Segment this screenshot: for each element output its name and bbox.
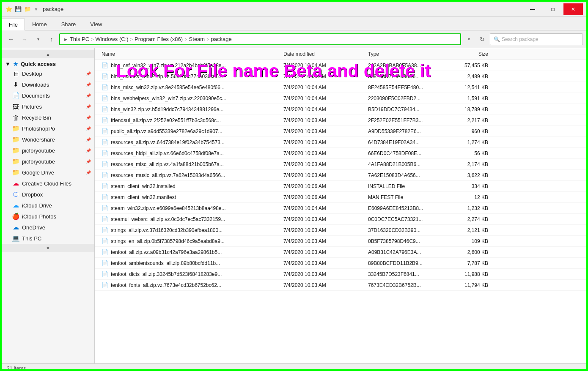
file-type-cell: 7A62E15083D4A656...	[365, 172, 441, 178]
file-icon: 📄	[102, 128, 108, 135]
table-row[interactable]: 📄 steam_client_win32.installed 7/4/2020 …	[95, 181, 586, 192]
sidebar-item-googledrive[interactable]: 📁 Google Drive 📌	[2, 167, 94, 178]
col-header-type[interactable]: Type	[365, 51, 441, 57]
file-date-cell: 7/4/2020 10:03 AM	[280, 161, 365, 167]
pin-icon-googledrive: 📌	[86, 170, 91, 175]
picforyoutube2-icon: 📁	[12, 158, 19, 165]
back-button[interactable]: ←	[5, 33, 17, 45]
sidebar-item-downloads[interactable]: ⬇ Downloads 📌	[2, 79, 94, 90]
table-row[interactable]: 📄 tenfoot_fonts_all.zip.vz.7673e4cd32b67…	[95, 280, 586, 291]
table-row[interactable]: 📄 public_all.zip.vz.a9dd55339e2782e6a29c…	[95, 126, 586, 137]
file-date-cell: 7/4/2020 10:04 AM	[280, 95, 365, 101]
dropbox-icon: ⬡	[12, 191, 19, 198]
up-button[interactable]: ↑	[46, 33, 58, 45]
maximize-button[interactable]: □	[543, 3, 563, 15]
refresh-button[interactable]: ↻	[476, 33, 488, 45]
table-row[interactable]: 📄 strings_en_all.zip.0b5f7385798d46c9a5a…	[95, 236, 586, 247]
search-icon: 🔍	[494, 36, 500, 42]
address-bar[interactable]: ► This PC > Windows (C:) > Program Files…	[59, 33, 461, 45]
folder-title-icon[interactable]: 📁	[24, 5, 31, 13]
table-row[interactable]: 📄 tenfoot_dicts_all.zip.33245b7d523f6841…	[95, 269, 586, 280]
sidebar-item-photoshop[interactable]: 📁 PhotoshopPo 📌	[2, 123, 94, 134]
table-row[interactable]: 📄 bins_cef_win32_win7.zip.vz.212a2b4bab0…	[95, 60, 586, 71]
table-row[interactable]: 📄 friendsui_all.zip.vz.2f252e02e551ff7b3…	[95, 115, 586, 126]
sidebar-label-googledrive: Google Drive	[22, 169, 54, 176]
sidebar-item-creative-cloud[interactable]: ☁ Creative Cloud Files	[2, 178, 94, 189]
col-header-name[interactable]: Name	[98, 51, 280, 57]
sidebar-label-dropbox: Dropbox	[22, 191, 43, 198]
col-header-date[interactable]: Date modified	[280, 51, 365, 57]
file-area: Look For File name Beta and delete it Na…	[95, 48, 586, 363]
creative-cloud-icon: ☁	[12, 180, 19, 187]
breadcrumb-steam[interactable]: Steam	[189, 36, 205, 42]
save-title-icon[interactable]: 💾	[14, 5, 22, 13]
sidebar-label-creative-cloud: Creative Cloud Files	[22, 180, 71, 187]
sidebar-label-picforyoutube2: picforyoutube	[22, 158, 55, 165]
file-date-cell: 7/4/2020 10:03 AM	[280, 271, 365, 277]
sidebar-item-picforyoutube2[interactable]: 📁 picforyoutube 📌	[2, 156, 94, 167]
tab-share[interactable]: Share	[54, 18, 83, 30]
breadcrumb-thispc[interactable]: This PC	[70, 36, 89, 42]
sidebar-item-desktop[interactable]: 🖥 Desktop 📌	[2, 68, 94, 79]
table-row[interactable]: 📄 bins_win32.zip.vz.b5d19ddc7c7943434881…	[95, 104, 586, 115]
sidebar-item-picforyoutube1[interactable]: 📁 picforyoutube 📌	[2, 145, 94, 156]
tab-home[interactable]: Home	[25, 18, 54, 30]
sidebar-item-pictures[interactable]: 🖼 Pictures 📌	[2, 101, 94, 112]
table-row[interactable]: 📄 resources_misc_all.zip.vz.4a1fa88d21b0…	[95, 159, 586, 170]
sidebar-item-onedrive[interactable]: ☁ OneDrive	[2, 222, 94, 233]
table-row[interactable]: 📄 resources_music_all.zip.vz.7a62e15083d…	[95, 170, 586, 181]
forward-button[interactable]: →	[19, 33, 30, 45]
file-icon: 📄	[102, 150, 108, 157]
sidebar-item-icloud-drive[interactable]: ☁ iCloud Drive	[2, 200, 94, 211]
breadcrumb-programfiles[interactable]: Program Files (x86)	[135, 36, 183, 42]
sidebar-label-picforyoutube1: picforyoutube	[22, 147, 55, 154]
sidebar-scroll-up[interactable]: ▲	[2, 50, 94, 58]
table-row[interactable]: 📄 bins_codecs_win32.zip.vz.568108d774a03…	[95, 71, 586, 82]
pin-icon-recycle-bin: 📌	[86, 115, 91, 120]
sidebar-label-thispc: This PC	[22, 235, 41, 242]
file-type-cell: 7673E4CD32B6752B...	[365, 282, 441, 288]
sidebar-item-wondershare[interactable]: 📁 Wondershare 📌	[2, 134, 94, 145]
table-row[interactable]: 📄 resources_hidpi_all.zip.vz.66e6d0c4758…	[95, 148, 586, 159]
title-bar-icons: ⭐ 💾 📁 ▾	[5, 5, 39, 13]
sidebar-item-documents[interactable]: 📄 Documents 📌	[2, 90, 94, 101]
sidebar-scroll-down[interactable]: ▼	[2, 244, 94, 252]
quick-access-toolbar-icon[interactable]: ⭐	[5, 5, 13, 13]
search-bar[interactable]: 🔍 Search package	[490, 33, 583, 45]
sidebar-label-icloud-drive: iCloud Drive	[22, 202, 52, 209]
table-row[interactable]: 📄 steamui_websrc_all.zip.vz.0c0dc7ec5ac7…	[95, 214, 586, 225]
file-size-cell: 2,274 KB	[441, 216, 492, 222]
sidebar-item-thispc[interactable]: 💻 This PC	[2, 233, 94, 244]
tab-view[interactable]: View	[83, 18, 109, 30]
breadcrumb-package[interactable]: package	[211, 36, 232, 42]
sidebar-item-icloud-photos[interactable]: 🍎 iCloud Photos	[2, 211, 94, 222]
sidebar-item-dropbox[interactable]: ⬡ Dropbox	[2, 189, 94, 200]
file-icon: 📄	[102, 271, 108, 278]
table-row[interactable]: 📄 steam_win32.zip.vz.e6099a6ee845213b8aa…	[95, 203, 586, 214]
table-row[interactable]: 📄 tenfoot_all.zip.vz.a09b31c42a796e3aa29…	[95, 247, 586, 258]
address-dropdown-button[interactable]: ▾	[463, 33, 475, 45]
status-bar: 21 items	[2, 363, 586, 371]
file-size-cell: 2,600 KB	[441, 249, 492, 255]
table-row[interactable]: 📄 bins_misc_win32.zip.vz.8e24585e54ee5e4…	[95, 82, 586, 93]
table-row[interactable]: 📄 resources_all.zip.vz.64d7384e19f02a34b…	[95, 137, 586, 148]
pin-icon-downloads: 📌	[86, 82, 91, 87]
quick-access-header[interactable]: ▼ ★ Quick access	[2, 58, 94, 68]
col-header-size[interactable]: Size	[441, 51, 492, 57]
file-icon: 📄	[102, 282, 108, 289]
table-row[interactable]: 📄 tenfoot_ambientsounds_all.zip.89b80bcf…	[95, 258, 586, 269]
table-row[interactable]: 📄 bins_webhelpers_win32_win7.zip.vz.2203…	[95, 93, 586, 104]
table-row[interactable]: 📄 steam_client_win32.manifest 7/4/2020 1…	[95, 192, 586, 203]
file-size-cell: 1,591 KB	[441, 95, 492, 101]
file-date-cell: 7/4/2020 10:03 AM	[280, 260, 365, 266]
recent-locations-button[interactable]: ▾	[32, 33, 44, 45]
minimize-button[interactable]: —	[523, 3, 542, 15]
breadcrumb-drive[interactable]: Windows (C:)	[96, 36, 129, 42]
tab-file[interactable]: File	[2, 19, 25, 30]
downloads-icon: ⬇	[12, 81, 19, 88]
close-button[interactable]: ✕	[563, 3, 583, 15]
table-row[interactable]: 📄 strings_all.zip.vz.37d16320cd32b390efb…	[95, 225, 586, 236]
desktop-icon: 🖥	[12, 70, 19, 77]
sidebar-item-recycle-bin[interactable]: 🗑 Recycle Bin 📌	[2, 112, 94, 123]
file-date-cell: 7/4/2020 10:03 AM	[280, 227, 365, 233]
